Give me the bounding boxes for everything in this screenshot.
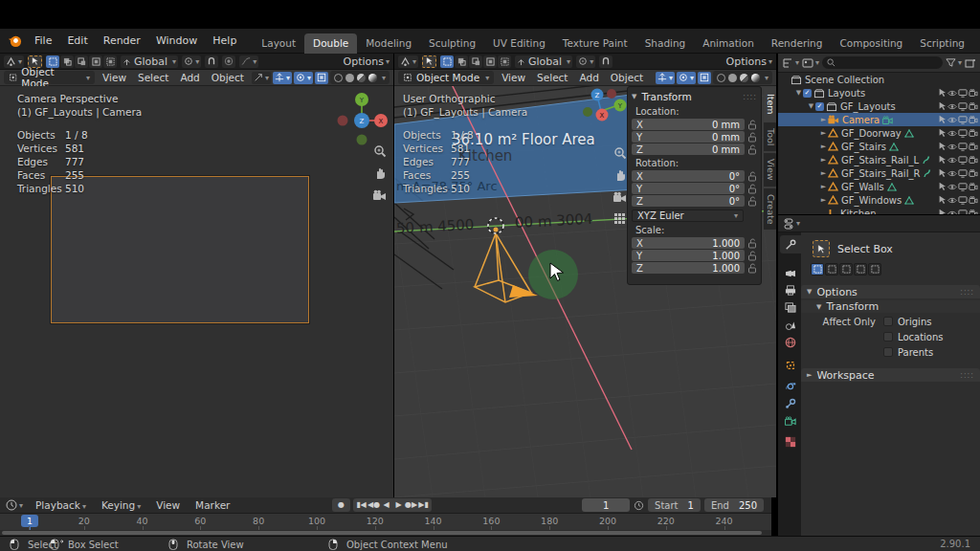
properties-tab-constraints[interactable] [780, 394, 801, 412]
workspace-tab-scripting[interactable]: Scripting [911, 33, 973, 54]
checkbox-origins[interactable] [883, 317, 893, 326]
viewport-menu-select[interactable]: Select [132, 71, 174, 84]
prev-keyframe-button[interactable]: ◀● [368, 498, 380, 512]
viewport-menu-view[interactable]: View [496, 71, 531, 84]
properties-tab-world[interactable] [780, 333, 801, 351]
shading-wireframe-icon[interactable] [717, 74, 725, 82]
collapse-icon[interactable]: ▼ [632, 93, 636, 100]
timeline-menu-keying[interactable]: Keying▾ [95, 498, 147, 512]
render-disable-icon[interactable] [969, 115, 978, 124]
gizmos-icon[interactable]: ▾ [656, 72, 675, 84]
outliner-item-gf_stairs_rail_l[interactable]: ►GF_Stairs_Rail_L [778, 153, 980, 166]
xray-toggle-icon[interactable] [315, 72, 328, 84]
camera-view-icon[interactable] [372, 187, 387, 202]
current-frame-field[interactable]: 1 [582, 498, 630, 512]
selectable-icon[interactable] [937, 182, 947, 191]
viewport-menu-select[interactable]: Select [531, 71, 573, 84]
select-mode-extend-icon[interactable] [455, 55, 468, 68]
rotation-z-field[interactable]: Z0° [632, 195, 745, 207]
tool-options-dropdown[interactable]: Options▾ [726, 55, 772, 68]
grid-toggle-icon[interactable] [612, 211, 627, 226]
clock-icon[interactable] [634, 500, 644, 511]
workspace-tab-modeling[interactable]: Modeling [357, 33, 420, 54]
viewport-menu-add[interactable]: Add [174, 71, 205, 84]
lock-icon[interactable] [747, 238, 757, 249]
select-mode-new-icon[interactable] [440, 55, 454, 68]
visibility-icon[interactable] [947, 195, 957, 205]
xray-toggle-icon[interactable] [698, 72, 711, 84]
lock-icon[interactable] [747, 144, 757, 155]
viewport-menu-view[interactable]: View [97, 71, 132, 84]
lock-icon[interactable] [747, 132, 757, 143]
select-mode-extend-icon[interactable] [825, 263, 838, 276]
editor-type-icon[interactable]: ▾ [398, 55, 418, 68]
selectable-icon[interactable] [937, 88, 947, 98]
workspace-tab-+[interactable]: + [973, 33, 980, 54]
lock-icon[interactable] [747, 251, 757, 261]
timeline-menu-playback[interactable]: Playback▾ [29, 498, 93, 512]
select-mode-invert-icon[interactable] [483, 55, 497, 68]
menu-render[interactable]: Render [97, 32, 147, 50]
render-disable-icon[interactable] [969, 142, 978, 151]
scale-x-field[interactable]: X1.000 [632, 237, 745, 249]
expand-icon[interactable]: ▼ [807, 102, 815, 110]
properties-tab-output[interactable] [780, 281, 801, 299]
expand-icon[interactable]: ► [819, 143, 828, 150]
snap-target-icon[interactable]: ▾ [576, 55, 595, 68]
jump-end-button[interactable]: ▶▮ [417, 498, 430, 512]
selectable-icon[interactable] [937, 101, 947, 111]
editor-type-icon[interactable]: ▾ [783, 218, 800, 230]
sidebar-tab-tool[interactable]: Tool [764, 122, 776, 151]
checkbox-locations[interactable] [883, 332, 893, 342]
play-reverse-button[interactable]: ◀ [380, 498, 392, 512]
outliner-item-camera[interactable]: ►Camera [778, 113, 980, 126]
render-disable-icon[interactable] [969, 155, 978, 165]
lock-icon[interactable] [747, 184, 757, 194]
expand-icon[interactable]: ▼ [794, 89, 803, 97]
outliner-root-row[interactable]: Scene Collection [778, 73, 980, 86]
selectable-icon[interactable] [937, 168, 947, 178]
rotation-x-field[interactable]: X0° [632, 170, 745, 182]
expand-icon[interactable]: ► [819, 116, 828, 123]
mode-dropdown[interactable]: Object Mode▾ [398, 71, 494, 84]
workspace-tab-texture-paint[interactable]: Texture Paint [554, 33, 636, 54]
viewport-menu-add[interactable]: Add [574, 71, 605, 84]
editor-type-icon[interactable]: ▾ [782, 57, 799, 69]
viewport-menu-object[interactable]: Object [605, 71, 649, 84]
viewport-disable-icon[interactable] [958, 88, 968, 98]
render-disable-icon[interactable] [969, 101, 978, 111]
select-mode-subtract-icon[interactable] [469, 55, 482, 68]
properties-tab-active-tool[interactable] [780, 235, 801, 253]
selectable-icon[interactable] [937, 128, 947, 138]
3d-viewport-right[interactable]: 36.10 m² Floor Area Kitchen m A=78.75° A… [394, 86, 776, 497]
collection-checkbox[interactable]: ✓ [815, 102, 824, 111]
shading-material-icon[interactable] [357, 74, 366, 82]
outliner-item-gf_windows[interactable]: ►GF_Windows [778, 193, 980, 207]
viewport-disable-icon[interactable] [958, 168, 968, 178]
workspace-tab-uv-editing[interactable]: UV Editing [484, 33, 554, 54]
shading-material-icon[interactable] [740, 74, 748, 82]
select-mode-new-icon[interactable] [811, 263, 824, 276]
visibility-icon[interactable] [947, 182, 957, 191]
next-keyframe-button[interactable]: ●▶ [405, 498, 417, 512]
location-z-field[interactable]: Z0 mm [632, 143, 745, 155]
lock-icon[interactable] [747, 263, 757, 274]
outliner-item-kitchen[interactable]: Kitchen [778, 207, 980, 214]
select-mode-invert-icon[interactable] [854, 263, 867, 276]
properties-tab-scene[interactable] [780, 316, 801, 334]
workspace-tab-sculpting[interactable]: Sculpting [420, 33, 484, 54]
sidebar-tab-item[interactable]: Item [764, 88, 776, 121]
selectable-icon[interactable] [937, 155, 947, 165]
workspace-tab-animation[interactable]: Animation [694, 33, 763, 54]
orientation-dropdown[interactable]: Global▾ [515, 55, 572, 68]
viewport-disable-icon[interactable] [958, 101, 968, 111]
pan-hand-icon[interactable] [372, 165, 387, 180]
editor-type-icon[interactable]: ▾ [6, 499, 23, 511]
timeline-ruler[interactable]: 1 20406080100120140160180200220240 [0, 514, 771, 530]
filter-icon[interactable]: ▾ [946, 57, 962, 68]
expand-icon[interactable]: ► [819, 129, 828, 137]
viewport-disable-icon[interactable] [958, 182, 968, 191]
select-mode-subtract-icon[interactable] [839, 263, 853, 276]
timeline-menu-marker[interactable]: Marker [189, 498, 236, 512]
camera-view-icon[interactable] [612, 189, 627, 204]
